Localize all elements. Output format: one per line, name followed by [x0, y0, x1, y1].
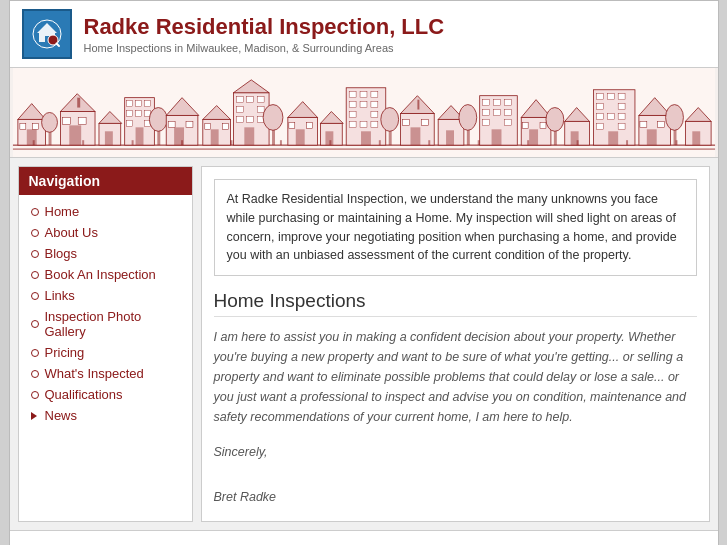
svg-rect-24 [135, 101, 141, 107]
svg-rect-103 [529, 129, 538, 145]
svg-rect-61 [306, 122, 312, 128]
nav-bullet-icon [31, 271, 39, 279]
nav-item[interactable]: What's Inspected [19, 363, 192, 384]
svg-line-3 [56, 44, 59, 47]
nav-item[interactable]: Inspection Photo Gallery [19, 306, 192, 342]
site-title: Radke Residential Inspection, LLC [84, 14, 445, 40]
svg-rect-106 [553, 129, 556, 145]
svg-rect-83 [402, 119, 409, 125]
nav-arrow-icon [31, 412, 39, 420]
svg-rect-93 [493, 100, 500, 106]
svg-rect-67 [360, 92, 367, 98]
nav-link[interactable]: About Us [45, 225, 98, 240]
svg-rect-74 [349, 121, 356, 127]
svg-rect-139 [279, 140, 281, 145]
nav-bullet-icon [31, 208, 39, 216]
svg-rect-73 [370, 112, 377, 118]
banner [10, 68, 718, 158]
content-title: Home Inspections [214, 290, 697, 317]
svg-rect-118 [607, 113, 614, 119]
svg-rect-52 [246, 116, 253, 122]
svg-rect-142 [428, 140, 430, 145]
svg-rect-16 [62, 117, 70, 124]
nav-link[interactable]: Blogs [45, 246, 78, 261]
svg-rect-143 [477, 140, 479, 145]
svg-rect-70 [360, 102, 367, 108]
svg-rect-46 [236, 97, 243, 103]
svg-rect-43 [222, 123, 228, 129]
svg-rect-112 [596, 94, 603, 100]
nav-link[interactable]: Pricing [45, 345, 85, 360]
site-subtitle: Home Inspections in Milwaukee, Madison, … [84, 42, 445, 54]
nav-item[interactable]: Qualifications [19, 384, 192, 405]
svg-rect-115 [596, 104, 603, 110]
svg-rect-117 [596, 113, 603, 119]
nav-item[interactable]: Home [19, 201, 192, 222]
svg-rect-138 [230, 140, 232, 145]
svg-rect-50 [257, 107, 264, 113]
nav-item[interactable]: Blogs [19, 243, 192, 264]
sign-off-line1: Sincerely, [214, 441, 697, 464]
svg-point-90 [458, 105, 476, 131]
svg-rect-72 [349, 112, 356, 118]
nav-link[interactable]: Links [45, 288, 75, 303]
svg-rect-136 [131, 140, 133, 145]
svg-rect-146 [626, 140, 628, 145]
svg-rect-27 [135, 111, 141, 117]
svg-rect-94 [504, 100, 511, 106]
svg-rect-113 [607, 94, 614, 100]
svg-rect-48 [257, 97, 264, 103]
nav-link[interactable]: Home [45, 204, 80, 219]
svg-rect-84 [421, 119, 428, 125]
svg-rect-82 [410, 127, 420, 145]
svg-rect-37 [168, 121, 175, 127]
svg-rect-59 [295, 129, 304, 145]
svg-rect-144 [527, 140, 529, 145]
content-body: I am here to assist you in making a conf… [214, 327, 697, 427]
nav-item[interactable]: Links [19, 285, 192, 306]
footer: Radke Residential Inspection, LLC, Copyr… [10, 530, 718, 546]
svg-rect-134 [32, 140, 34, 145]
svg-rect-21 [104, 131, 112, 145]
nav-link[interactable]: What's Inspected [45, 366, 144, 381]
svg-point-107 [545, 108, 563, 132]
svg-rect-69 [349, 102, 356, 108]
svg-rect-15 [69, 125, 81, 145]
svg-rect-141 [378, 140, 380, 145]
svg-point-12 [41, 113, 57, 133]
nav-item[interactable]: Pricing [19, 342, 192, 363]
svg-rect-125 [646, 129, 656, 145]
svg-point-129 [665, 105, 683, 131]
logo-icon [22, 9, 72, 59]
svg-rect-68 [370, 92, 377, 98]
intro-box: At Radke Residential Inspection, we unde… [214, 179, 697, 276]
svg-rect-38 [186, 121, 193, 127]
svg-rect-26 [126, 111, 132, 117]
nav-link[interactable]: Book An Inspection [45, 267, 156, 282]
nav-list: HomeAbout UsBlogsBook An InspectionLinks… [19, 195, 192, 432]
svg-rect-17 [78, 117, 86, 124]
nav-bullet-icon [31, 250, 39, 258]
svg-rect-85 [417, 100, 419, 110]
svg-rect-100 [491, 129, 501, 145]
svg-rect-23 [126, 101, 132, 107]
svg-rect-95 [482, 110, 489, 116]
nav-item[interactable]: About Us [19, 222, 192, 243]
nav-link[interactable]: Inspection Photo Gallery [45, 309, 184, 339]
nav-item[interactable]: Book An Inspection [19, 264, 192, 285]
svg-rect-29 [126, 120, 132, 126]
nav-bullet-icon [31, 292, 39, 300]
svg-rect-147 [675, 140, 677, 145]
nav-bullet-icon [31, 391, 39, 399]
nav-bullet-icon [31, 370, 39, 378]
svg-rect-121 [618, 123, 625, 129]
svg-rect-54 [244, 127, 254, 145]
svg-rect-66 [349, 92, 356, 98]
svg-rect-42 [204, 123, 210, 129]
nav-link[interactable]: Qualifications [45, 387, 123, 402]
svg-rect-145 [576, 140, 578, 145]
svg-point-33 [149, 108, 167, 132]
nav-item[interactable]: News [19, 405, 192, 426]
svg-rect-132 [692, 131, 700, 145]
nav-link[interactable]: News [45, 408, 78, 423]
